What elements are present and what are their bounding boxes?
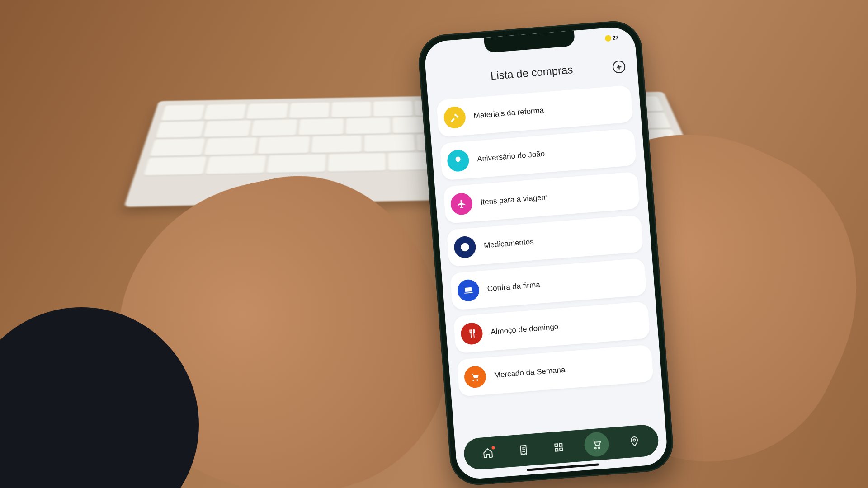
- phone-notch: [484, 31, 575, 53]
- list-item-label: Confra da firma: [487, 280, 540, 293]
- svg-point-4: [595, 447, 596, 449]
- list-item-label: Mercado da Semana: [494, 365, 566, 380]
- list-item-label: Materiais da reforma: [473, 106, 544, 120]
- shopping-list-item[interactable]: Medicamentos: [446, 215, 643, 267]
- nav-tab-cart[interactable]: [584, 431, 610, 457]
- phone-screen: 27 Lista de compras + Materiais da refor…: [424, 26, 669, 480]
- svg-rect-1: [560, 443, 562, 446]
- laptop-icon: [457, 279, 480, 302]
- page-title: Lista de compras: [490, 63, 573, 82]
- bottom-navigation: [463, 424, 660, 471]
- battery-label: 27: [612, 34, 618, 41]
- shopping-list-item[interactable]: Itens para a viagem: [443, 172, 640, 224]
- list-item-label: Medicamentos: [484, 237, 534, 250]
- notification-dot-icon: [491, 446, 495, 450]
- svg-rect-0: [555, 444, 558, 446]
- svg-rect-2: [555, 448, 558, 451]
- svg-point-6: [633, 439, 635, 441]
- nav-tab-location[interactable]: [623, 431, 645, 452]
- nav-tab-home[interactable]: [477, 442, 499, 464]
- medical-icon: [453, 235, 477, 259]
- shopping-lists-container[interactable]: Materiais da reformaAniversário do JoãoI…: [436, 85, 656, 430]
- hammer-icon: [443, 106, 467, 129]
- battery-icon: [604, 35, 611, 42]
- phone-frame: 27 Lista de compras + Materiais da refor…: [417, 19, 675, 487]
- utensils-icon: [460, 322, 484, 346]
- plane-icon: [450, 192, 473, 216]
- shopping-list-item[interactable]: Mercado da Semana: [457, 344, 654, 397]
- status-battery-badge: 27: [604, 34, 618, 42]
- screen-header: Lista de compras +: [426, 58, 637, 88]
- shopping-list-item[interactable]: Confra da firma: [450, 258, 647, 310]
- cart-icon: [463, 365, 487, 389]
- list-item-label: Aniversário do João: [476, 150, 545, 164]
- svg-rect-3: [560, 448, 562, 450]
- plus-icon: +: [616, 61, 622, 72]
- nav-tab-receipts[interactable]: [513, 440, 534, 461]
- list-item-label: Almoço de domingo: [491, 322, 559, 337]
- balloon-icon: [447, 149, 470, 173]
- svg-point-5: [599, 447, 600, 448]
- add-list-button[interactable]: +: [612, 60, 626, 74]
- shopping-list-item[interactable]: Aniversário do João: [439, 128, 637, 181]
- nav-tab-scan[interactable]: [548, 436, 570, 458]
- shopping-list-item[interactable]: Almoço de domingo: [453, 301, 650, 354]
- shopping-list-item[interactable]: Materiais da reforma: [436, 85, 633, 137]
- list-item-label: Itens para a viagem: [480, 192, 548, 207]
